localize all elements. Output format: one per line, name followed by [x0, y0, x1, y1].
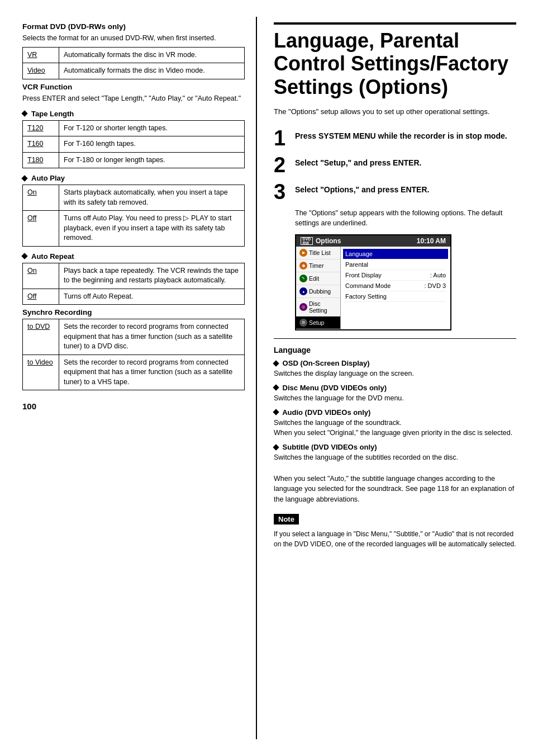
- osd-heading: OSD (On-Screen Display): [274, 359, 516, 367]
- table-cell-desc: Turns off Auto Play. You need to press ▷…: [59, 211, 245, 247]
- table-row: On Starts playback automatically, when y…: [23, 185, 245, 211]
- diamond-icon: [21, 175, 27, 181]
- auto-play-heading: Auto Play: [22, 174, 245, 182]
- auto-repeat-heading: Auto Repeat: [22, 252, 245, 261]
- disc-menu-heading: Disc Menu (DVD VIDEOs only): [274, 384, 516, 392]
- table-row: Video Automatically formats the disc in …: [23, 63, 245, 79]
- table-cell-desc: Starts playback automatically, when you …: [59, 185, 245, 211]
- step-1-text: Press SYSTEM MENU while the recorder is …: [295, 127, 507, 142]
- diamond-icon: [21, 253, 27, 259]
- note-label: Note: [274, 514, 299, 525]
- vcr-function-text: Press ENTER and select "Tape Length," "A…: [22, 93, 245, 104]
- language-section: Language OSD (On-Screen Display) Switche…: [274, 346, 516, 505]
- audio-text: Switches the language of the soundtrack.…: [274, 418, 516, 439]
- sidebar-item-setup[interactable]: ⚙ Setup: [296, 316, 340, 329]
- sidebar-item-edit[interactable]: ✎ Edit: [296, 272, 340, 285]
- left-column: Format DVD (DVD-RWs only) Selects the fo…: [0, 17, 257, 739]
- synchro-recording-table: to DVD Sets the recorder to record progr…: [22, 319, 245, 390]
- auto-play-table: On Starts playback automatically, when y…: [22, 185, 245, 247]
- table-row: Off Turns off Auto Repeat.: [23, 289, 245, 305]
- format-dvd-heading: Format DVD (DVD-RWs only): [22, 22, 245, 31]
- disc-setting-icon: ◎: [299, 303, 307, 311]
- sidebar-item-dubbing[interactable]: ● Dubbing: [296, 285, 340, 298]
- table-cell-desc: For T-180 or longer length tapes.: [59, 152, 245, 168]
- synchro-recording-section: Synchro Recording to DVD Sets the record…: [22, 308, 245, 390]
- table-cell-desc: Sets the recorder to record programs fro…: [59, 355, 245, 390]
- table-cell-desc: Turns off Auto Repeat.: [59, 289, 245, 305]
- table-cell-label: T180: [23, 152, 59, 168]
- options-content-command-mode: Command Mode : DVD 3: [345, 281, 446, 291]
- table-cell-label: On: [23, 263, 59, 289]
- osd-subsection: OSD (On-Screen Display) Switches the dis…: [274, 359, 516, 379]
- language-heading: Language: [274, 346, 516, 355]
- table-row: to DVD Sets the recorder to record progr…: [23, 319, 245, 355]
- right-column: Language, Parental Control Settings/Fact…: [257, 17, 533, 739]
- vcr-function-section: VCR Function Press ENTER and select "Tap…: [22, 83, 245, 104]
- tape-length-heading: Tape Length: [22, 110, 245, 118]
- table-cell-label: Off: [23, 289, 59, 305]
- diamond-icon: [273, 409, 279, 415]
- format-dvd-section: Format DVD (DVD-RWs only) Selects the fo…: [22, 22, 245, 79]
- table-row: T180 For T-180 or longer length tapes.: [23, 152, 245, 168]
- options-sidebar: ▶ Title List ⏰ Timer ✎ Edit ● Dubbing: [296, 247, 341, 329]
- table-cell-label: Video: [23, 63, 59, 79]
- options-header-left: DVDRW Options: [301, 237, 341, 245]
- synchro-recording-heading: Synchro Recording: [22, 308, 245, 316]
- audio-subsection: Audio (DVD VIDEOs only) Switches the lan…: [274, 408, 516, 439]
- divider: [274, 338, 516, 339]
- diamond-icon: [273, 360, 279, 366]
- dvd-icon: DVDRW: [301, 237, 313, 245]
- sidebar-item-label: Title List: [309, 249, 331, 256]
- table-row: VR Automatically formats the disc in VR …: [23, 47, 245, 63]
- sidebar-item-titlelist[interactable]: ▶ Title List: [296, 247, 340, 259]
- subtitle-heading: Subtitle (DVD VIDEOs only): [274, 443, 516, 451]
- table-cell-label: to Video: [23, 355, 59, 390]
- sidebar-item-timer[interactable]: ⏰ Timer: [296, 259, 340, 272]
- disc-menu-subsection: Disc Menu (DVD VIDEOs only) Switches the…: [274, 384, 516, 404]
- audio-heading: Audio (DVD VIDEOs only): [274, 408, 516, 417]
- table-cell-desc: Sets the recorder to record programs fro…: [59, 319, 245, 355]
- auto-repeat-section: Auto Repeat On Plays back a tape repeate…: [22, 252, 245, 305]
- auto-play-section: Auto Play On Starts playback automatical…: [22, 174, 245, 247]
- step-2-text: Select "Setup," and press ENTER.: [295, 154, 421, 169]
- sidebar-item-label: Disc Setting: [309, 300, 337, 314]
- table-cell-desc: Automatically formats the disc in VR mod…: [59, 47, 245, 63]
- page-title: Language, Parental Control Settings/Fact…: [274, 22, 516, 98]
- sidebar-item-label: Edit: [309, 275, 319, 282]
- options-content: Language Parental Front Display : Auto C…: [341, 247, 450, 329]
- sidebar-item-disc-setting[interactable]: ◎ Disc Setting: [296, 298, 340, 316]
- diamond-icon: [273, 385, 279, 391]
- table-cell-label: T160: [23, 136, 59, 153]
- table-cell-label: to DVD: [23, 319, 59, 355]
- page: Format DVD (DVD-RWs only) Selects the fo…: [0, 0, 533, 756]
- edit-icon: ✎: [299, 275, 307, 282]
- options-screen-header: DVDRW Options 10:10 AM: [296, 235, 450, 247]
- vcr-function-heading: VCR Function: [22, 83, 245, 91]
- page-number: 100: [22, 401, 245, 411]
- dubbing-icon: ●: [299, 287, 307, 295]
- diamond-icon: [273, 444, 279, 450]
- step-2: 2 Select "Setup," and press ENTER.: [274, 154, 516, 176]
- osd-text: Switches the display language on the scr…: [274, 368, 516, 379]
- table-cell-label: VR: [23, 47, 59, 63]
- table-row: T160 For T-160 length tapes.: [23, 136, 245, 153]
- format-dvd-text: Selects the format for an unused DVD-RW,…: [22, 33, 245, 44]
- sidebar-item-label: Setup: [309, 319, 324, 326]
- subtitle-subsection: Subtitle (DVD VIDEOs only) Switches the …: [274, 443, 516, 505]
- sidebar-item-label: Dubbing: [309, 288, 331, 295]
- disc-menu-text: Switches the language for the DVD menu.: [274, 393, 516, 404]
- title-list-icon: ▶: [299, 249, 307, 257]
- table-cell-desc: For T-120 or shorter length tapes.: [59, 120, 245, 136]
- table-cell-desc: Plays back a tape repeatedly. The VCR re…: [59, 263, 245, 289]
- auto-repeat-table: On Plays back a tape repeatedly. The VCR…: [22, 263, 245, 305]
- options-body: ▶ Title List ⏰ Timer ✎ Edit ● Dubbing: [296, 247, 450, 329]
- step-3-number: 3: [274, 181, 289, 202]
- step-3-subtext: The "Options" setup appears with the fol…: [295, 208, 516, 229]
- format-dvd-table: VR Automatically formats the disc in VR …: [22, 47, 245, 79]
- table-row: T120 For T-120 or shorter length tapes.: [23, 120, 245, 136]
- options-content-factory-setting: Factory Setting: [345, 291, 446, 302]
- diamond-icon: [21, 110, 27, 116]
- timer-icon: ⏰: [299, 262, 307, 270]
- step-1-number: 1: [274, 127, 289, 149]
- options-header-label: Options: [316, 237, 341, 245]
